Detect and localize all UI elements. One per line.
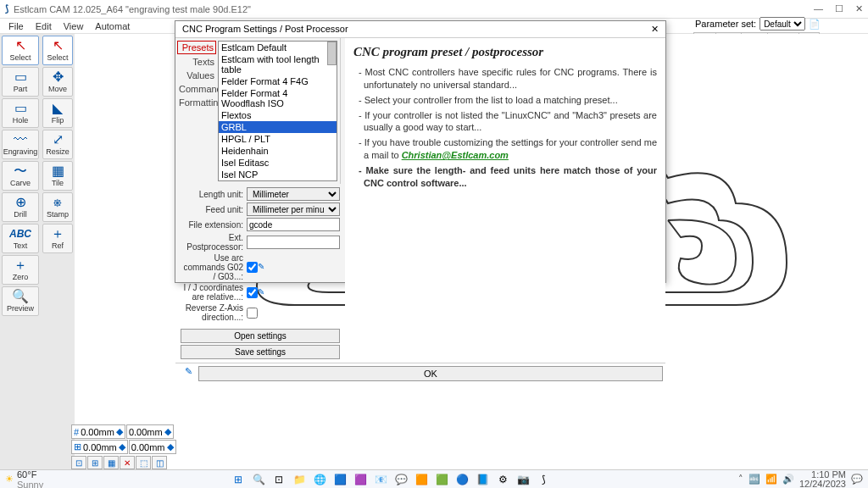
tool2-move[interactable]: ✥Move: [42, 67, 73, 97]
taskview-icon[interactable]: ⊡: [271, 472, 287, 487]
app-icon[interactable]: ⚙: [495, 472, 510, 487]
tray-volume-icon[interactable]: 🔊: [782, 474, 794, 485]
info-bullet: Select your controller from the list to …: [359, 94, 657, 107]
info-bullet: If you have trouble customizing the sett…: [359, 136, 657, 162]
tray-wifi-icon[interactable]: 📶: [765, 474, 777, 485]
clock-time[interactable]: 1:10 PM: [799, 470, 846, 480]
snap-icon: ⊞: [74, 441, 81, 452]
ok-button[interactable]: OK: [198, 366, 663, 381]
dialog-close-icon[interactable]: ✕: [651, 24, 659, 35]
preset-option[interactable]: Estlcam with tool length table: [219, 53, 337, 75]
tool-part[interactable]: ▭Part: [2, 67, 39, 97]
mini-tool-icon[interactable]: ▦: [103, 456, 119, 469]
tab-values[interactable]: Values: [177, 69, 216, 81]
tool2-resize[interactable]: ⤢Resize: [42, 130, 73, 159]
tool2-tile[interactable]: ▦Tile: [42, 161, 73, 191]
maximize-button[interactable]: ☐: [835, 3, 843, 14]
tool2-select[interactable]: ↖Select: [42, 36, 73, 65]
preset-option[interactable]: Isel NCP: [219, 169, 337, 180]
app-icon[interactable]: 📧: [373, 472, 388, 487]
grid-icon: #: [74, 427, 79, 437]
file-ext-input[interactable]: [247, 218, 340, 231]
tab-presets[interactable]: Presets: [177, 41, 216, 54]
tray-lang-icon[interactable]: 🔤: [748, 474, 760, 485]
tab-commands[interactable]: Commands: [177, 83, 216, 95]
preset-option[interactable]: Felder Format 4 F4G: [219, 75, 337, 87]
edit-icon[interactable]: ✎: [258, 262, 264, 273]
preset-option[interactable]: Felder Format 4 Woodflash ISO: [219, 87, 337, 109]
ij-checkbox[interactable]: [247, 287, 258, 298]
search-icon[interactable]: 🔍: [251, 472, 266, 487]
app-icon[interactable]: 🔵: [454, 472, 470, 487]
preview-icon: 🔍: [12, 290, 29, 303]
tray-chevron-icon[interactable]: ˄: [738, 474, 743, 485]
zrev-checkbox[interactable]: [247, 308, 258, 319]
close-button[interactable]: ✕: [855, 3, 863, 14]
menu-file[interactable]: File: [8, 21, 24, 31]
minimize-button[interactable]: —: [814, 3, 823, 14]
tool-engraving[interactable]: 〰Engraving: [2, 130, 39, 159]
email-link[interactable]: Christian@Estlcam.com: [402, 150, 509, 160]
windows-taskbar: ☀ 60°FSunny ⊞ 🔍 ⊡ 📁 🌐 🟦 🟪 📧 💬 🟧 🟩 🔵 📘 ⚙ …: [0, 469, 868, 488]
mini-tool-icon[interactable]: ✕: [120, 456, 135, 469]
menu-edit[interactable]: Edit: [36, 21, 52, 31]
tool-carve[interactable]: 〜Carve: [2, 161, 39, 191]
edge-icon[interactable]: 🌐: [312, 472, 327, 487]
tool-text[interactable]: ABCText: [2, 224, 39, 253]
open-settings-button[interactable]: Open settings: [181, 329, 340, 343]
preset-listbox[interactable]: Estlcam Default Estlcam with tool length…: [218, 41, 337, 181]
explorer-icon[interactable]: 📁: [292, 472, 307, 487]
app-icon[interactable]: 🟧: [414, 472, 429, 487]
weather-icon[interactable]: ☀: [5, 474, 14, 485]
stepper-icon[interactable]: ◆: [116, 426, 123, 437]
app-icon[interactable]: 📷: [515, 472, 531, 487]
tab-texts[interactable]: Texts: [177, 56, 216, 68]
arc-checkbox[interactable]: [247, 262, 258, 273]
ext-post-input[interactable]: [247, 236, 340, 249]
tool2-stamp[interactable]: ⎈Stamp: [42, 192, 73, 222]
paramset-select[interactable]: Default: [760, 17, 805, 30]
mini-tool-icon[interactable]: ⊞: [87, 456, 103, 469]
edit-icon[interactable]: ✎: [178, 366, 198, 381]
scrollbar-thumb[interactable]: [327, 42, 337, 65]
tool-preview[interactable]: 🔍Preview: [2, 286, 39, 316]
tool-hole[interactable]: ▭Hole: [2, 98, 39, 128]
mini-tool-icon[interactable]: ⬚: [136, 456, 151, 469]
app-icon[interactable]: 📘: [475, 472, 490, 487]
paramset-add-icon[interactable]: 📄: [809, 19, 821, 30]
settings-tabs: Presets Texts Values Commands Formatting: [175, 38, 218, 184]
mini-tool-icon[interactable]: ⊡: [71, 456, 86, 469]
preset-option[interactable]: Flextos: [219, 109, 337, 121]
app-title: Estlcam CAM 12.025_A64 "engraving test m…: [14, 4, 814, 14]
preset-option-selected[interactable]: GRBL: [219, 121, 337, 133]
preset-option[interactable]: Isel Editasc: [219, 157, 337, 169]
mini-tool-icon[interactable]: ◫: [152, 456, 167, 469]
length-unit-select[interactable]: Millimeter: [247, 187, 340, 201]
main-toolbar: ↖Select ▭Part ▭Hole 〰Engraving 〜Carve ⊕D…: [0, 34, 41, 469]
edit-icon[interactable]: ✎: [258, 287, 264, 298]
app-icon[interactable]: 💬: [393, 472, 409, 487]
preset-option[interactable]: Heidenhain: [219, 145, 337, 157]
tool-drill[interactable]: ⊕Drill: [2, 192, 39, 222]
tool2-flip[interactable]: ◣Flip: [42, 98, 73, 128]
stepper-icon[interactable]: ◆: [167, 441, 174, 452]
app-icon[interactable]: 🟦: [332, 472, 348, 487]
tab-formatting[interactable]: Formatting: [177, 97, 216, 108]
stepper-icon[interactable]: ◆: [164, 426, 171, 437]
app-icon[interactable]: 🟪: [353, 472, 368, 487]
stepper-icon[interactable]: ◆: [119, 441, 125, 452]
menu-view[interactable]: View: [64, 21, 84, 31]
preset-option[interactable]: Estlcam Default: [219, 42, 337, 53]
tray-notif-icon[interactable]: 💬: [851, 474, 863, 485]
preset-option[interactable]: HPGL / PLT: [219, 133, 337, 145]
feed-unit-select[interactable]: Millimeter per minute: [247, 202, 340, 216]
clock-date[interactable]: 12/24/2023: [799, 480, 846, 489]
save-settings-button[interactable]: Save settings: [181, 345, 340, 359]
tool-select[interactable]: ↖Select: [2, 36, 39, 65]
app-icon[interactable]: 🟩: [434, 472, 449, 487]
estlcam-taskbar-icon[interactable]: ⟆: [536, 472, 551, 487]
start-icon[interactable]: ⊞: [231, 472, 246, 487]
tool-zero[interactable]: ＋Zero: [2, 255, 39, 285]
tool2-ref[interactable]: ＋Ref: [42, 224, 73, 253]
menu-automat[interactable]: Automat: [95, 21, 130, 31]
